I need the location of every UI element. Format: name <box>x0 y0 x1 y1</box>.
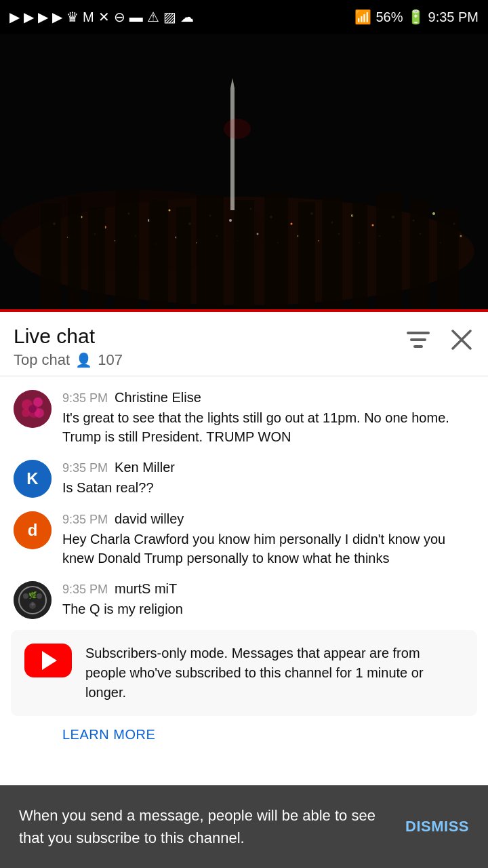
message-meta: 9:35 PM Ken Miller <box>62 460 474 475</box>
status-icons-right: 📶 56% 🔋 9:35 PM <box>354 9 479 25</box>
svg-point-82 <box>37 593 42 599</box>
svg-rect-62 <box>410 338 426 341</box>
message-content: 9:35 PM murtS miT The Q is my religion <box>62 581 474 618</box>
app-icon-12: ☁ <box>180 9 194 25</box>
avatar: K <box>14 460 52 498</box>
battery-percent: 56% <box>375 9 403 25</box>
app-icon-1: ▶ <box>9 9 20 25</box>
message-time: 9:35 PM <box>62 391 108 406</box>
avatar-image <box>14 390 52 428</box>
svg-rect-58 <box>230 88 235 210</box>
avatar-image: K <box>14 460 52 498</box>
message-time: 9:35 PM <box>62 583 108 597</box>
filter-button[interactable] <box>404 328 432 357</box>
app-icon-9: ▬ <box>129 9 143 25</box>
svg-rect-47 <box>149 200 168 312</box>
close-button[interactable] <box>449 327 474 357</box>
svg-point-70 <box>22 409 30 417</box>
message-text: It's great to see that the lights still … <box>62 408 474 446</box>
status-icons-left: ▶ ▶ ▶ ▶ ♛ M ✕ ⊖ ▬ ⚠ ▨ ☁ <box>9 9 194 25</box>
svg-point-8 <box>169 210 171 212</box>
message-text: Hey Charla Crawford you know him persona… <box>62 530 474 568</box>
app-icon-2: ▶ <box>24 9 34 25</box>
video-content <box>0 34 488 312</box>
svg-point-21 <box>432 212 435 215</box>
chat-subtitle: Top chat 👤 107 <box>14 351 123 369</box>
svg-point-60 <box>224 119 251 139</box>
chat-header-icons <box>404 327 474 357</box>
message-author: murtS miT <box>115 581 177 597</box>
svg-rect-43 <box>41 203 61 312</box>
app-icon-5: ♛ <box>66 9 79 25</box>
svg-point-14 <box>291 223 293 225</box>
avatar-image: d <box>14 511 52 549</box>
dismiss-button[interactable]: DISMISS <box>405 818 469 835</box>
svg-point-81 <box>23 593 28 599</box>
message-text: The Q is my religion <box>62 599 474 618</box>
top-chat-label: Top chat <box>14 351 70 369</box>
svg-point-72 <box>28 405 37 413</box>
message-author: Christine Elise <box>115 390 201 406</box>
app-icon-3: ▶ <box>38 9 48 25</box>
message-meta: 9:35 PM murtS miT <box>62 581 474 597</box>
viewer-count: 107 <box>98 351 123 369</box>
svg-text:K: K <box>26 469 39 488</box>
svg-rect-50 <box>234 200 254 312</box>
svg-rect-53 <box>322 197 342 312</box>
message-meta: 9:35 PM david willey <box>62 511 474 527</box>
chat-title-block: Live chat Top chat 👤 107 <box>14 324 123 369</box>
svg-rect-45 <box>88 207 105 312</box>
close-icon <box>451 330 472 350</box>
svg-rect-49 <box>197 195 224 312</box>
video-progress-bar[interactable] <box>0 309 488 312</box>
app-icon-4: ▶ <box>52 9 62 25</box>
toast-text: When you send a message, people will be … <box>19 804 392 849</box>
youtube-play-icon <box>42 651 57 670</box>
svg-rect-56 <box>410 200 429 312</box>
app-icon-10: ⚠ <box>147 9 159 25</box>
notice-text: Subscribers-only mode. Messages that app… <box>85 644 464 703</box>
wifi-icon: 📶 <box>354 9 371 25</box>
avatar <box>14 390 52 428</box>
battery-icon: 🔋 <box>407 9 424 25</box>
message-content: 9:35 PM Ken Miller Is Satan real?? <box>62 460 474 497</box>
bottom-toast: When you send a message, people will be … <box>0 785 488 868</box>
svg-rect-48 <box>176 207 191 312</box>
message-author: Ken Miller <box>115 460 175 475</box>
chat-messages: 9:35 PM Christine Elise It's great to se… <box>0 376 488 752</box>
people-icon: 👤 <box>75 352 92 368</box>
message-time: 9:35 PM <box>62 513 108 527</box>
message-author: david willey <box>115 511 184 527</box>
status-bar: ▶ ▶ ▶ ▶ ♛ M ✕ ⊖ ▬ ⚠ ▨ ☁ 📶 56% 🔋 9:35 PM <box>0 0 488 34</box>
svg-rect-55 <box>376 193 402 312</box>
message-meta: 9:35 PM Christine Elise <box>62 390 474 406</box>
svg-rect-46 <box>115 190 139 312</box>
avatar-image: 🌿 ✦ <box>14 581 52 619</box>
app-icon-6: M <box>83 9 94 25</box>
chat-message: d 9:35 PM david willey Hey Charla Crawfo… <box>0 505 488 574</box>
svg-rect-52 <box>298 202 315 312</box>
app-icon-8: ⊖ <box>114 9 125 25</box>
svg-point-35 <box>318 240 319 241</box>
clock: 9:35 PM <box>428 9 479 25</box>
app-icon-7: ✕ <box>98 9 110 25</box>
svg-rect-61 <box>407 332 430 334</box>
filter-icon <box>407 330 430 349</box>
message-content: 9:35 PM david willey Hey Charla Crawford… <box>62 511 474 568</box>
chat-message: 🌿 ✦ 9:35 PM murtS miT The Q is my religi… <box>0 574 488 626</box>
svg-point-42 <box>460 235 462 237</box>
video-player[interactable] <box>0 34 488 312</box>
svg-point-18 <box>372 224 374 226</box>
learn-more-row: LEARN MORE <box>0 720 488 745</box>
svg-rect-54 <box>352 203 367 312</box>
chat-title: Live chat <box>14 324 123 349</box>
learn-more-link[interactable]: LEARN MORE <box>62 727 155 742</box>
city-night-svg <box>0 34 488 312</box>
message-time: 9:35 PM <box>62 461 108 475</box>
avatar: d <box>14 511 52 549</box>
message-content: 9:35 PM Christine Elise It's great to se… <box>62 390 474 446</box>
message-text: Is Satan real?? <box>62 478 474 497</box>
svg-text:d: d <box>28 521 38 539</box>
avatar: 🌿 ✦ <box>14 581 52 619</box>
svg-rect-57 <box>437 209 459 312</box>
